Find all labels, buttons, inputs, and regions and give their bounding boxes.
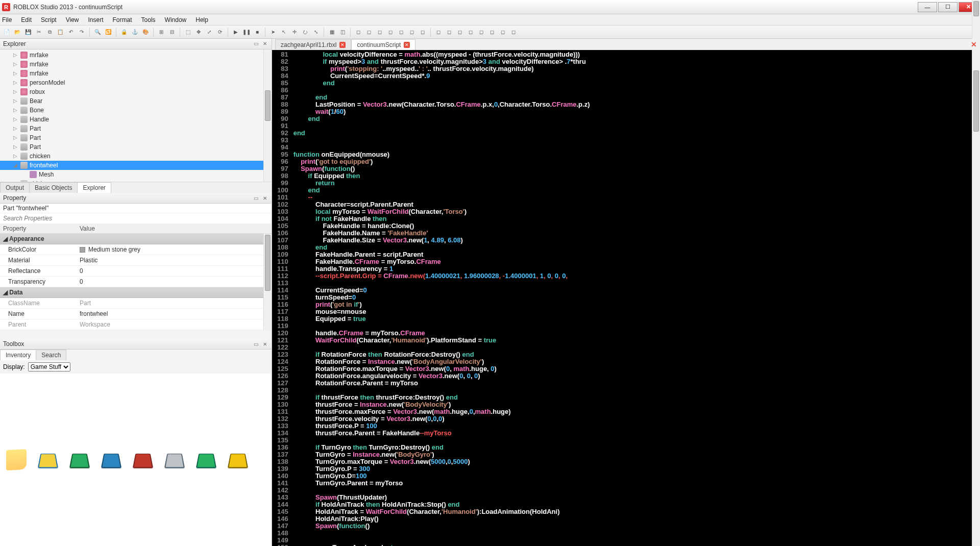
tab-close-icon[interactable]: ✕ (404, 42, 410, 48)
tree-item-mrfake[interactable]: ▷mrfake (0, 69, 272, 78)
explorer-scrollbar[interactable] (263, 49, 272, 182)
group-button[interactable]: ⊞ (157, 28, 166, 37)
explorer-tree[interactable]: ▷mrfake▷mrfake▷mrfake▷personModel▷robux▷… (0, 49, 272, 182)
play-button[interactable]: ▶ (231, 28, 240, 37)
stop-button[interactable]: ■ (253, 28, 262, 37)
scale2-button[interactable]: ⤡ (311, 28, 321, 37)
cursor-button[interactable]: ↖ (279, 28, 288, 37)
tree-item-handle[interactable]: ▷Handle (0, 115, 272, 124)
tree-item-mrfake[interactable]: ▷mrfake (0, 60, 272, 69)
tree-item-bone[interactable]: ▷Bone (0, 106, 272, 115)
toolbox-display-select[interactable]: Game Stuff (28, 362, 70, 371)
move-button[interactable]: ✥ (194, 28, 203, 37)
toolbox-item-7[interactable] (227, 449, 249, 471)
y-button[interactable]: ◻ (445, 28, 454, 37)
panel-close-icon[interactable]: ✕ (261, 340, 268, 348)
tab-basic-objects[interactable]: Basic Objects (29, 182, 78, 193)
doc-tab-continuumScript[interactable]: continuumScript✕ (351, 39, 415, 50)
undo-button[interactable]: ↶ (66, 28, 76, 37)
c-button[interactable]: ◻ (375, 28, 384, 37)
cut-button[interactable]: ✂ (34, 28, 43, 37)
tree-item-frontwheel[interactable]: ◢frontwheel (0, 161, 272, 170)
panel-close-icon[interactable]: ✕ (261, 40, 268, 47)
open-button[interactable]: 📂 (13, 28, 22, 37)
anchor-button[interactable]: ⚓ (130, 28, 139, 37)
menu-script[interactable]: Script (41, 16, 57, 23)
tab-close-icon[interactable]: ✕ (339, 42, 346, 48)
tree-item-part[interactable]: ▷Part (0, 142, 272, 152)
panel-float-icon[interactable]: ▭ (252, 194, 259, 202)
redo-button[interactable]: ↷ (77, 28, 86, 37)
tree-item-robux[interactable]: ▷robux (0, 87, 272, 96)
menu-edit[interactable]: Edit (21, 16, 32, 23)
menu-file[interactable]: File (2, 16, 12, 23)
s-button[interactable]: ◻ (498, 28, 507, 37)
find-button[interactable]: 🔍 (93, 28, 102, 37)
tab-output[interactable]: Output (0, 182, 30, 193)
menu-help[interactable]: Help (195, 16, 208, 23)
pause-button[interactable]: ❚❚ (242, 28, 251, 37)
panel-float-icon[interactable]: ▭ (252, 340, 259, 348)
toolbox-item-4[interactable] (132, 449, 154, 471)
toolbox-item-0[interactable] (5, 449, 28, 471)
ungroup-button[interactable]: ⊟ (167, 28, 177, 37)
grid-button[interactable]: ▦ (327, 28, 336, 37)
w-button[interactable]: ◻ (466, 28, 475, 37)
doc-tab-zachgearApril11.rbxl[interactable]: zachgearApril11.rbxl✕ (275, 39, 351, 50)
lock-button[interactable]: 🔒 (119, 28, 129, 37)
tree-item-personmodel[interactable]: ▷personModel (0, 78, 272, 87)
prop-brickcolor[interactable]: BrickColorMedium stone grey (0, 244, 272, 255)
paste-button[interactable]: 📋 (56, 28, 65, 37)
prop-name[interactable]: Namefrontwheel (0, 309, 272, 319)
prop-material[interactable]: MaterialPlastic (0, 255, 272, 266)
prop-category-data[interactable]: ◢ Data (0, 287, 272, 298)
toolbox-tab-search[interactable]: Search (36, 350, 66, 360)
e-button[interactable]: ◻ (397, 28, 406, 37)
tree-item-mesh[interactable]: Mesh (0, 170, 272, 179)
maximize-button[interactable]: ☐ (938, 2, 958, 12)
menu-view[interactable]: View (66, 16, 79, 23)
rotate-button[interactable]: ⟳ (215, 28, 225, 37)
b-button[interactable]: ◻ (364, 28, 374, 37)
tree-item-part[interactable]: ▷Part (0, 124, 272, 133)
tree-item-part[interactable]: ▷Part (0, 133, 272, 142)
prop-reflectance[interactable]: Reflectance0 (0, 266, 272, 277)
minimize-button[interactable]: — (918, 2, 937, 12)
f-button[interactable]: ◻ (407, 28, 416, 37)
menu-tools[interactable]: Tools (141, 16, 156, 23)
t-button[interactable]: ◻ (509, 28, 518, 37)
x-button[interactable]: ◻ (434, 28, 443, 37)
q-button[interactable]: ◻ (477, 28, 486, 37)
toolbox-item-6[interactable] (195, 449, 217, 471)
menu-insert[interactable]: Insert (88, 16, 104, 23)
prop-category-appearance[interactable]: ◢ Appearance (0, 234, 272, 244)
color-button[interactable]: 🎨 (141, 28, 150, 37)
g-button[interactable]: ◻ (418, 28, 427, 37)
panel-close-icon[interactable]: ✕ (261, 194, 268, 202)
toolbox-item-2[interactable] (68, 449, 91, 471)
snap-button[interactable]: ◫ (338, 28, 347, 37)
code-area[interactable]: local velocityDifference = math.abs((mys… (291, 50, 980, 546)
scale-button[interactable]: ⤢ (205, 28, 214, 37)
replace-button[interactable]: 🔁 (104, 28, 113, 37)
save-button[interactable]: 💾 (23, 28, 33, 37)
code-editor[interactable]: 81 82 83 84 85 86 87 88 89 90 91 92 93 9… (272, 50, 980, 546)
tab-explorer[interactable]: Explorer (77, 182, 111, 193)
close-all-tabs-icon[interactable]: ✕ (971, 40, 977, 48)
toolbox-tab-inventory[interactable]: Inventory (0, 350, 36, 360)
panel-float-icon[interactable]: ▭ (252, 40, 259, 47)
sel-button[interactable]: ⬚ (183, 28, 192, 37)
r-button[interactable]: ◻ (487, 28, 497, 37)
toolbox-item-1[interactable] (37, 449, 59, 471)
z-button[interactable]: ◻ (455, 28, 464, 37)
copy-button[interactable]: ⧉ (45, 28, 54, 37)
tree-item-chicken[interactable]: ▷chicken (0, 152, 272, 161)
prop-transparency[interactable]: Transparency0 (0, 277, 272, 287)
arrow-button[interactable]: ➤ (268, 28, 278, 37)
toolbox-item-5[interactable] (163, 449, 186, 471)
a-button[interactable]: ◻ (354, 28, 363, 37)
tree-item-chicken[interactable]: ▷chicken (0, 179, 272, 182)
d-button[interactable]: ◻ (386, 28, 395, 37)
rot2-button[interactable]: ⭮ (301, 28, 310, 37)
menu-window[interactable]: Window (165, 16, 187, 23)
